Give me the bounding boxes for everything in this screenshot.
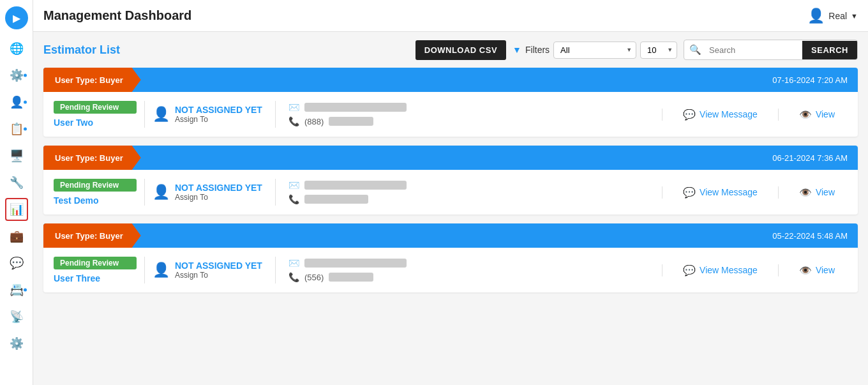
assign-info-1: NOT ASSIGNED YET Assign To — [175, 183, 262, 202]
collapse-btn[interactable]: ▶ — [5, 6, 28, 29]
sidebar-item-settings2[interactable]: ⚙️ — [5, 332, 28, 355]
sidebar-item-card[interactable]: 📇 — [5, 278, 28, 301]
sidebar-item-tool[interactable]: 🔧 — [5, 171, 28, 194]
message-icon-2: 💬 — [683, 264, 696, 276]
arrow-icon: ▶ — [13, 12, 20, 24]
gear-icon: ⚙️ — [10, 68, 24, 82]
main-area: Management Dashboard 👤 Real ▼ Estimator … — [33, 0, 868, 385]
card-user-type-0: User Type: Buyer — [43, 68, 141, 92]
assign-title-2[interactable]: NOT ASSIGNED YET — [175, 260, 262, 271]
view-label-1: View — [816, 187, 835, 197]
message-icon-0: 💬 — [683, 109, 696, 121]
contact-phone-2: 📞 (556) — [288, 272, 654, 282]
view-message-label-2: View Message — [700, 265, 758, 275]
card-body-2: Pending Review User Three 👤 NOT ASSIGNED… — [43, 248, 858, 292]
perpage-select[interactable]: 10 25 50 100 — [640, 42, 677, 59]
phone-value-0: (888) — [304, 117, 324, 126]
sidebar: ▶ 🌐 ⚙️ 👤 📋 🖥️ 🔧 📊 💼 💬 📇 📡 ⚙️ — [0, 0, 33, 385]
card-date-0: 07-16-2024 7:20 AM — [772, 75, 858, 85]
search-button[interactable]: SEARCH — [802, 41, 857, 59]
card-header-1: User Type: Buyer 06-21-2024 7:36 AM — [43, 146, 858, 170]
card-status-0: Pending Review User Two — [54, 101, 137, 128]
signal-icon: 📡 — [10, 310, 24, 324]
filters-label: Filters — [525, 45, 550, 55]
assign-title-0[interactable]: NOT ASSIGNED YET — [175, 105, 262, 115]
card-username-1[interactable]: Test Demo — [54, 195, 137, 206]
view-button-0[interactable]: 👁️ View — [786, 109, 848, 121]
person-icon-1: 👤 — [153, 184, 170, 200]
sidebar-item-chat[interactable]: 💬 — [5, 252, 28, 275]
list-icon: 📋 — [10, 122, 24, 136]
card-date-2: 05-22-2024 5:48 AM — [772, 231, 858, 241]
filter-select[interactable]: All Pending Review Assigned Completed — [553, 42, 636, 59]
view-message-label-1: View Message — [700, 187, 758, 197]
search-group: 🔍 SEARCH — [684, 40, 858, 60]
assign-sub-2[interactable]: Assign To — [175, 271, 262, 280]
chart-icon: 📊 — [10, 202, 24, 216]
assign-sub-0[interactable]: Assign To — [175, 115, 262, 124]
person-icon-0: 👤 — [153, 106, 170, 123]
phone-blur-1 — [304, 195, 368, 204]
card-user-type-1: User Type: Buyer — [43, 146, 141, 170]
divider-0d — [778, 109, 779, 121]
status-badge-0: Pending Review — [54, 101, 137, 114]
globe-icon: 🌐 — [10, 42, 24, 56]
card-username-2[interactable]: User Three — [54, 273, 137, 283]
sidebar-item-signal[interactable]: 📡 — [5, 305, 28, 328]
card-actions-1: 💬 View Message 👁️ View — [654, 186, 848, 199]
view-label-2: View — [816, 265, 835, 275]
download-csv-button[interactable]: DOWNLOAD CSV — [415, 40, 506, 60]
divider-0a — [144, 101, 145, 128]
dot-indicator — [24, 101, 27, 104]
card-body-1: Pending Review Test Demo 👤 NOT ASSIGNED … — [43, 170, 858, 215]
view-message-button-1[interactable]: 💬 View Message — [670, 186, 770, 199]
view-button-1[interactable]: 👁️ View — [786, 186, 848, 199]
filter-icon: ▼ — [513, 45, 521, 55]
view-label-0: View — [816, 109, 835, 119]
card-row-2: User Type: Buyer 05-22-2024 5:48 AM Pend… — [43, 223, 858, 292]
content-area: Estimator List DOWNLOAD CSV ▼ Filters Al… — [33, 32, 868, 385]
divider-2d — [778, 264, 779, 276]
contact-email-0: ✉️ — [288, 102, 654, 112]
contact-email-1: ✉️ — [288, 180, 654, 190]
view-message-label-0: View Message — [700, 109, 758, 119]
divider-1a — [144, 179, 145, 206]
phone-value-2: (556) — [304, 273, 324, 282]
search-icon: 🔍 — [684, 40, 707, 59]
card-username-0[interactable]: User Two — [54, 117, 137, 128]
card-body-0: Pending Review User Two 👤 NOT ASSIGNED Y… — [43, 92, 858, 137]
card-row-1: User Type: Buyer 06-21-2024 7:36 AM Pend… — [43, 146, 858, 215]
sidebar-item-chart[interactable]: 📊 — [5, 198, 28, 221]
card-assign-1: 👤 NOT ASSIGNED YET Assign To — [153, 183, 267, 202]
sidebar-item-monitor[interactable]: 🖥️ — [5, 144, 28, 167]
card-status-2: Pending Review User Three — [54, 257, 137, 283]
status-badge-2: Pending Review — [54, 257, 137, 269]
assign-sub-1[interactable]: Assign To — [175, 193, 262, 202]
card-contact-2: ✉️ 📞 (556) — [283, 258, 654, 282]
view-message-button-0[interactable]: 💬 View Message — [670, 109, 770, 121]
sidebar-item-globe[interactable]: 🌐 — [5, 37, 28, 60]
divider-2a — [144, 257, 145, 283]
phone-icon-0: 📞 — [288, 116, 299, 126]
sidebar-item-gear[interactable]: ⚙️ — [5, 64, 28, 87]
filters-group: ▼ Filters All Pending Review Assigned Co… — [513, 42, 677, 59]
user-menu[interactable]: 👤 Real ▼ — [807, 8, 858, 24]
user-name-label: Real — [828, 11, 847, 21]
sidebar-item-list[interactable]: 📋 — [5, 117, 28, 140]
user-icon: 👤 — [10, 95, 24, 109]
card-header-0: User Type: Buyer 07-16-2024 7:20 AM — [43, 68, 858, 92]
sidebar-item-briefcase[interactable]: 💼 — [5, 225, 28, 248]
divider-1c — [662, 186, 662, 199]
dot-indicator — [24, 128, 27, 131]
search-input[interactable] — [707, 42, 802, 59]
sidebar-item-user[interactable]: 👤 — [5, 91, 28, 114]
eye-icon-0: 👁️ — [799, 109, 812, 121]
sub-header: Estimator List DOWNLOAD CSV ▼ Filters Al… — [43, 40, 858, 60]
assign-title-1[interactable]: NOT ASSIGNED YET — [175, 183, 262, 193]
card-assign-0: 👤 NOT ASSIGNED YET Assign To — [153, 105, 267, 124]
email-icon-2: ✉️ — [288, 258, 299, 268]
view-message-button-2[interactable]: 💬 View Message — [670, 264, 770, 276]
dot-indicator — [24, 74, 27, 77]
view-button-2[interactable]: 👁️ View — [786, 264, 848, 276]
filter-select-wrapper: All Pending Review Assigned Completed — [553, 42, 636, 59]
